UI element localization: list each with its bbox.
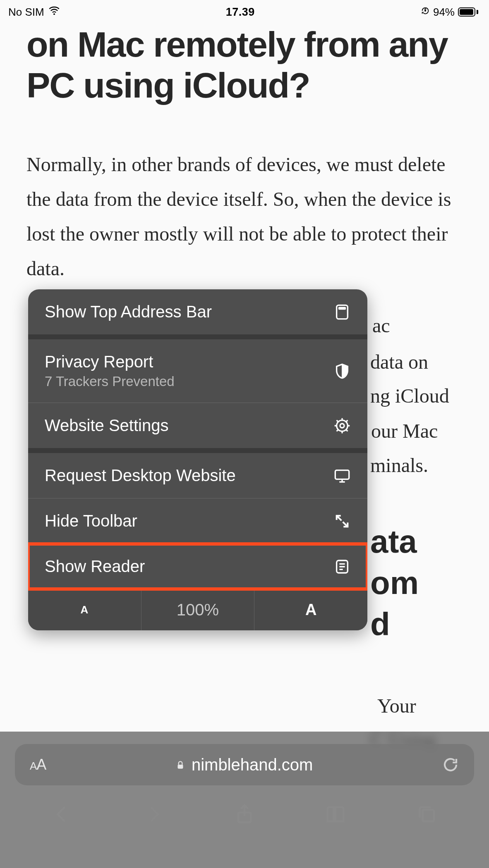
- subheading-fragment: om: [370, 564, 419, 602]
- status-left: No SIM: [8, 5, 60, 19]
- menu-sublabel: 7 Trackers Prevented: [45, 374, 175, 389]
- wifi-icon: [48, 5, 60, 19]
- text-fragment: our Mac: [371, 420, 438, 442]
- menu-hide-toolbar[interactable]: Hide Toolbar: [28, 498, 367, 544]
- text-fragment: ac: [372, 314, 390, 337]
- svg-rect-21: [177, 764, 183, 768]
- menu-label: Request Desktop Website: [45, 466, 236, 485]
- bottom-toolbar: AA nimblehand.com: [0, 732, 489, 868]
- svg-line-11: [346, 430, 348, 431]
- text-fragment: ng iCloud: [370, 384, 449, 407]
- menu-separator: [28, 448, 367, 453]
- address-bar-top-icon: [333, 303, 351, 321]
- svg-line-13: [346, 420, 348, 421]
- subheading-fragment: d: [370, 606, 390, 643]
- menu-label: Privacy Report: [45, 353, 175, 371]
- gear-icon: [333, 417, 351, 434]
- menu-label: Show Top Address Bar: [45, 303, 212, 321]
- carrier-label: No SIM: [8, 6, 44, 19]
- shield-icon: [333, 362, 351, 380]
- url-domain: nimblehand.com: [192, 756, 313, 774]
- menu-label: Website Settings: [45, 416, 168, 435]
- svg-rect-24: [422, 810, 434, 821]
- paragraph: Normally, in other brands of devices, we…: [26, 147, 463, 286]
- svg-line-10: [337, 420, 338, 421]
- text-small-a-icon: A: [80, 603, 89, 616]
- text-fragment: data on: [370, 351, 428, 373]
- zoom-reset-button[interactable]: 100%: [141, 589, 254, 630]
- svg-rect-3: [339, 307, 346, 309]
- zoom-decrease-button[interactable]: A: [28, 589, 141, 630]
- menu-request-desktop-website[interactable]: Request Desktop Website: [28, 453, 367, 498]
- svg-line-12: [337, 430, 338, 431]
- subheading-fragment: ata: [370, 523, 417, 560]
- menu-show-reader[interactable]: Show Reader: [28, 544, 367, 589]
- forward-button[interactable]: [137, 798, 170, 831]
- battery-icon: [458, 7, 478, 17]
- page-settings-menu: Show Top Address Bar Privacy Report 7 Tr…: [28, 289, 367, 630]
- refresh-button[interactable]: [442, 756, 459, 773]
- battery-percent: 94%: [433, 6, 455, 19]
- svg-point-5: [340, 424, 344, 428]
- svg-rect-1: [424, 10, 426, 12]
- menu-label: Show Reader: [45, 557, 145, 576]
- address-bar[interactable]: AA nimblehand.com: [15, 744, 474, 785]
- menu-privacy-report[interactable]: Privacy Report 7 Trackers Prevented: [28, 339, 367, 403]
- reader-icon: [333, 558, 351, 575]
- svg-point-4: [337, 420, 348, 431]
- browser-tab-bar: [0, 785, 489, 839]
- back-button[interactable]: [46, 798, 79, 831]
- text-big-a-icon: A: [305, 601, 316, 619]
- menu-separator: [28, 334, 367, 339]
- lock-icon: [175, 756, 186, 774]
- zoom-controls: A 100% A: [28, 589, 367, 630]
- tabs-button[interactable]: [410, 798, 443, 831]
- url-display[interactable]: nimblehand.com: [46, 756, 442, 774]
- menu-show-top-address-bar[interactable]: Show Top Address Bar: [28, 289, 367, 334]
- page-content: on Mac remotely from any PC using iCloud…: [0, 20, 489, 286]
- bookmarks-button[interactable]: [319, 798, 352, 831]
- status-right: 94%: [421, 6, 478, 19]
- svg-point-0: [53, 13, 55, 15]
- page-settings-button[interactable]: AA: [30, 756, 46, 773]
- orientation-lock-icon: [421, 6, 430, 18]
- share-button[interactable]: [228, 798, 261, 831]
- svg-rect-14: [335, 470, 349, 479]
- expand-arrows-icon: [333, 513, 351, 530]
- zoom-increase-button[interactable]: A: [254, 589, 367, 630]
- menu-label: Hide Toolbar: [45, 512, 137, 530]
- desktop-icon: [333, 467, 351, 484]
- menu-website-settings[interactable]: Website Settings: [28, 403, 367, 448]
- page-title: on Mac remotely from any PC using iCloud…: [26, 24, 463, 106]
- text-fragment: Your: [377, 694, 416, 717]
- zoom-value: 100%: [177, 601, 219, 619]
- text-fragment: minals.: [370, 454, 428, 477]
- status-bar: No SIM 17.39 94%: [0, 0, 489, 20]
- status-time: 17.39: [226, 6, 255, 19]
